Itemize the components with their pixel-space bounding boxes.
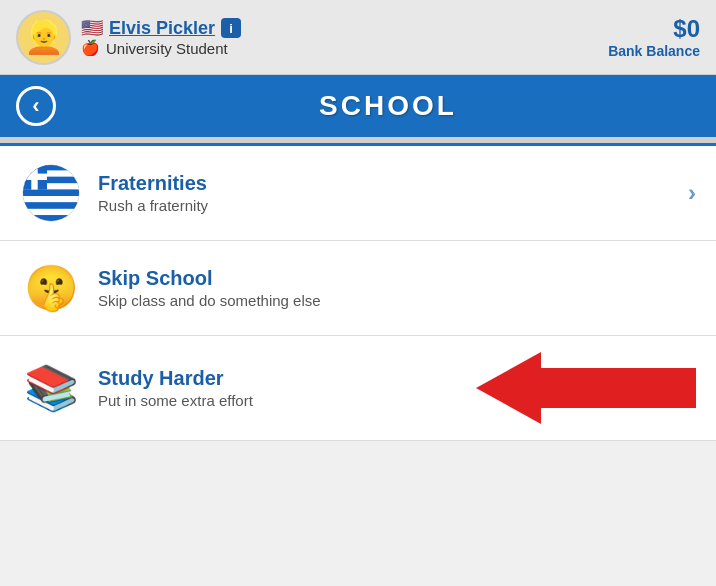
menu-item-fraternities[interactable]: Fraternities Rush a fraternity › [0,146,716,241]
study-harder-text: Study Harder Put in some extra effort [98,367,466,409]
study-harder-title: Study Harder [98,367,466,390]
svg-rect-7 [22,196,80,202]
skip-school-subtitle: Skip class and do something else [98,292,696,309]
content: Fraternities Rush a fraternity › 🤫 Skip … [0,143,716,441]
header-right: $0 Bank Balance [608,15,700,59]
svg-rect-8 [22,202,80,208]
menu-item-study-harder[interactable]: 📚 Study Harder Put in some extra effort [0,336,716,441]
nav-bar: ‹ SCHOOL [0,75,716,137]
bank-label: Bank Balance [608,43,700,59]
fraternities-title: Fraternities [98,172,678,195]
menu-item-skip-school[interactable]: 🤫 Skip School Skip class and do somethin… [0,241,716,336]
svg-rect-9 [22,209,80,215]
svg-rect-6 [22,190,80,196]
fraternities-text: Fraternities Rush a fraternity [98,172,678,214]
apple-icon: 🍎 [81,39,100,57]
avatar: 👱 [16,10,71,65]
study-harder-icon: 📚 [20,357,82,419]
flag-icon: 🇺🇸 [81,17,103,39]
user-name-row: 🇺🇸 Elvis Pickler i [81,17,241,39]
header: 👱 🇺🇸 Elvis Pickler i 🍎 University Studen… [0,0,716,75]
study-harder-subtitle: Put in some extra effort [98,392,466,409]
svg-rect-13 [31,164,37,190]
user-info: 🇺🇸 Elvis Pickler i 🍎 University Student [81,17,241,57]
fraternities-subtitle: Rush a fraternity [98,197,678,214]
back-button[interactable]: ‹ [16,86,56,126]
svg-rect-15 [536,368,696,408]
header-left: 👱 🇺🇸 Elvis Pickler i 🍎 University Studen… [16,10,241,65]
svg-rect-10 [22,215,80,222]
fraternities-icon [20,162,82,224]
user-title: 🍎 University Student [81,39,241,57]
svg-marker-14 [476,352,541,424]
skip-school-text: Skip School Skip class and do something … [98,267,696,309]
info-badge[interactable]: i [221,18,241,38]
fraternities-chevron: › [688,179,696,207]
red-arrow [476,352,696,424]
title-text: University Student [106,40,228,57]
user-name[interactable]: Elvis Pickler [109,18,215,39]
arrow-svg [476,352,696,424]
nav-title: SCHOOL [76,90,700,122]
skip-school-icon: 🤫 [20,257,82,319]
avatar-emoji: 👱 [24,18,64,56]
skip-school-title: Skip School [98,267,696,290]
bank-amount: $0 [608,15,700,43]
